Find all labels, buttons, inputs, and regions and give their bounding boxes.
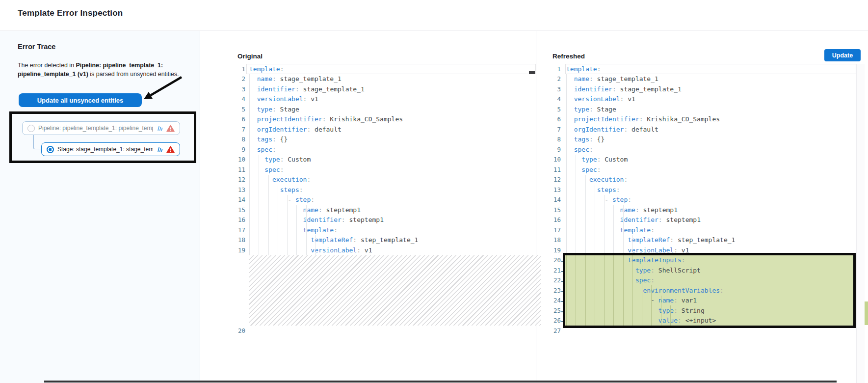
line-number: 9	[542, 146, 565, 153]
indent-guide	[249, 225, 250, 235]
indent-guide	[595, 316, 595, 326]
indent-guide	[642, 316, 642, 326]
indent-guide	[287, 205, 288, 215]
line-number: 14	[231, 196, 246, 203]
refreshed-yaml-editor[interactable]: 1template:2 name: stage_template_13 iden…	[542, 64, 856, 336]
line-number: 24	[542, 297, 565, 304]
indent-guide	[249, 195, 250, 205]
yaml-line: 4 versionLabel: v1	[231, 94, 541, 105]
line-number: 1	[231, 65, 246, 73]
yaml-line: 14 - step:	[542, 195, 856, 205]
indent-guide	[595, 285, 595, 296]
indent-guide	[595, 255, 595, 266]
indent-guide	[613, 245, 614, 255]
original-yaml-editor[interactable]: 1template:2 name: stage_template_13 iden…	[231, 64, 541, 336]
yaml-line-text: - name: var1	[566, 297, 697, 304]
indent-guide	[576, 296, 576, 306]
line-number: 7	[542, 126, 565, 133]
indent-guide	[566, 195, 567, 205]
indent-guide	[249, 94, 250, 105]
tree-item-stage-label: Stage: stage_template_1: stage_templat..…	[57, 146, 153, 153]
indent-guide	[249, 84, 250, 94]
page-title: Template Error Inspection	[18, 8, 123, 18]
line-number: 14	[542, 196, 565, 203]
line-number: 9	[231, 146, 246, 153]
indent-guide	[623, 285, 624, 296]
indent-guide	[585, 185, 586, 195]
yaml-line-empty: 27	[542, 326, 856, 336]
yaml-line-text: spec:	[249, 166, 284, 173]
refreshed-panel-title: Refreshed	[552, 53, 585, 60]
radio-unselected-icon[interactable]	[27, 125, 35, 132]
indent-guide	[566, 185, 567, 195]
error-description-prefix: The error detected in	[18, 62, 76, 69]
indent-guide	[566, 114, 567, 125]
indent-guide	[642, 296, 642, 306]
yaml-line-text: tags: {}	[249, 136, 288, 143]
indent-guide	[566, 245, 567, 255]
indent-guide	[566, 255, 567, 266]
indent-guide	[585, 175, 586, 185]
indent-guide	[595, 245, 595, 255]
indent-guide	[595, 235, 595, 246]
tree-item-stage[interactable]: Stage: stage_template_1: stage_templat..…	[41, 142, 180, 156]
indent-guide	[278, 225, 278, 235]
indent-guide	[278, 185, 278, 195]
indent-guide	[249, 164, 250, 175]
yaml-line-added: 26 value: <+input>	[542, 316, 856, 326]
line-number: 20	[231, 327, 246, 334]
yaml-line: 19 versionLabel: v1	[231, 245, 541, 255]
indent-guide	[249, 215, 250, 225]
indent-guide	[566, 285, 567, 296]
indent-guide	[585, 225, 586, 235]
indent-guide	[287, 245, 288, 255]
radio-selected-icon[interactable]	[47, 146, 54, 153]
yaml-line-text: value: <+input>	[566, 317, 716, 324]
original-scrollbar-thumb[interactable]	[529, 71, 535, 74]
update-all-unsynced-entities-button[interactable]: Update all unsynced entities	[19, 93, 142, 107]
line-number: 17	[542, 226, 565, 234]
yaml-line: 18 templateRef: step_template_1	[542, 235, 856, 246]
indent-guide	[576, 255, 576, 266]
indent-guide	[278, 235, 278, 246]
indent-guide	[651, 285, 652, 296]
yaml-line: 15 name: steptemp1	[231, 205, 541, 215]
line-number: 4	[231, 95, 246, 103]
indent-guide	[259, 235, 259, 246]
pane-divider	[536, 31, 536, 383]
yaml-line-added: 20 templateInputs:	[542, 255, 856, 266]
yaml-line: 8 tags: {}	[231, 135, 541, 145]
yaml-line-text: projectIdentifier: Krishika_CD_Samples	[249, 115, 403, 123]
yaml-line: 16 identifier: steptemp1	[542, 215, 856, 225]
tree-item-pipeline[interactable]: Pipeline: pipeline_template_1: pipeline_…	[22, 121, 180, 135]
indent-guide	[613, 225, 614, 235]
indent-guide	[296, 245, 297, 255]
yaml-line-text: name: steptemp1	[249, 206, 361, 214]
refreshed-scrollbar-track[interactable]	[856, 64, 865, 383]
indent-guide	[632, 265, 633, 275]
line-number: 23	[542, 287, 565, 294]
yaml-line-text: steps:	[566, 186, 620, 193]
yaml-line-text: projectIdentifier: Krishika_CD_Samples	[566, 115, 720, 123]
yaml-line-text: name: stage_template_1	[249, 75, 342, 82]
yaml-line: 19 versionLabel: v1	[542, 245, 856, 255]
added-line-marker	[561, 261, 564, 262]
original-panel-title: Original	[237, 53, 263, 60]
indent-guide	[566, 215, 567, 225]
refreshed-current-line-highlight	[565, 64, 856, 74]
horizontal-scrollbar-thumb[interactable]	[44, 381, 837, 383]
indent-guide	[642, 305, 642, 316]
indent-guide	[259, 175, 259, 185]
indent-guide	[613, 215, 614, 225]
update-button[interactable]: Update	[824, 49, 861, 61]
line-number: 8	[231, 136, 246, 143]
yaml-line: 11 spec:	[231, 164, 541, 175]
line-number: 19	[231, 246, 246, 254]
indent-guide	[604, 245, 605, 255]
indent-guide	[278, 205, 278, 215]
line-number: 3	[542, 85, 565, 93]
indent-guide	[316, 235, 316, 246]
indent-guide	[576, 285, 576, 296]
yaml-line-text: spec:	[249, 146, 276, 153]
yaml-line-text: type: Stage	[249, 106, 299, 113]
